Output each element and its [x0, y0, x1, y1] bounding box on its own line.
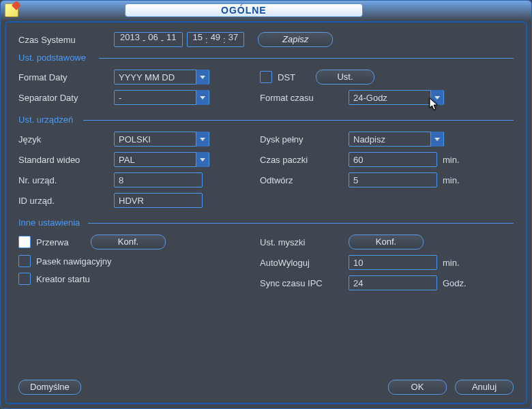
pack-time-label: Czas paczki [260, 155, 349, 165]
footer: Domyślne OK Anuluj [18, 380, 514, 395]
chevron-down-icon [434, 138, 440, 141]
chevron-down-icon [200, 158, 205, 162]
playback-unit: min. [443, 175, 460, 185]
pack-time-unit: min. [443, 155, 460, 165]
device-id-input[interactable] [114, 193, 203, 208]
section-device: Ust. urządzeń [18, 115, 514, 125]
content-panel: Czas Systemu 2013- 06- 11 15: 49: 37 Zap… [5, 21, 527, 404]
chevron-down-icon [200, 138, 205, 141]
chevron-down-icon [200, 96, 205, 100]
dst-label: DST [278, 72, 316, 82]
chevron-down-icon [434, 96, 440, 100]
ipc-sync-unit: Godz. [443, 278, 467, 288]
wizard-label: Kreator startu [36, 274, 90, 284]
mouse-label: Ust. myszki [260, 237, 349, 247]
date-format-select[interactable]: YYYY MM DD [114, 70, 209, 85]
titlebar: OGÓLNE [1, 1, 531, 20]
pack-time-input[interactable] [349, 152, 437, 167]
general-settings-window: OGÓLNE Czas Systemu 2013- 06- 11 15: 49:… [0, 0, 532, 409]
time-format-select[interactable]: 24-Godz [349, 90, 444, 105]
window-title: OGÓLNE [125, 3, 363, 17]
ipc-sync-label: Sync czasu IPC [260, 278, 349, 288]
playback-label: Odtwórz [260, 175, 349, 185]
language-label: Język [18, 134, 114, 145]
hdd-full-select[interactable]: Nadpisz [349, 132, 444, 147]
date-separator-select[interactable]: - [114, 90, 209, 105]
device-id-label: ID urząd. [18, 196, 114, 206]
system-time-label: Czas Systemu [18, 35, 114, 45]
date-format-label: Format Daty [18, 72, 114, 82]
wizard-checkbox[interactable] [18, 273, 31, 285]
dst-checkbox[interactable] [260, 71, 272, 83]
default-button[interactable]: Domyślne [18, 380, 81, 395]
interval-checkbox[interactable] [18, 236, 31, 248]
system-time-row: Czas Systemu 2013- 06- 11 15: 49: 37 Zap… [18, 32, 514, 47]
auto-logout-unit: min. [443, 258, 460, 268]
time-input[interactable]: 15: 49: 37 [187, 32, 245, 47]
date-separator-label: Separator Daty [18, 93, 114, 103]
auto-logout-input[interactable] [349, 255, 437, 270]
video-standard-select[interactable]: PAL [114, 152, 209, 167]
playback-input[interactable] [349, 172, 437, 187]
device-no-input[interactable] [114, 172, 203, 187]
ok-button[interactable]: OK [388, 380, 447, 395]
mouse-conf-button[interactable]: Konf. [349, 234, 424, 249]
dst-set-button[interactable]: Ust. [316, 70, 374, 85]
navbar-checkbox[interactable] [18, 255, 31, 267]
video-standard-label: Standard wideo [18, 155, 114, 165]
edit-note-icon [5, 3, 18, 17]
date-input[interactable]: 2013- 06- 11 [114, 32, 183, 47]
save-button[interactable]: Zapisz [258, 32, 333, 47]
section-basic: Ust. podstawowe [18, 52, 514, 63]
language-select[interactable]: POLSKI [114, 132, 209, 147]
interval-conf-button[interactable]: Konf. [91, 234, 166, 249]
auto-logout-label: AutoWyloguj [260, 258, 349, 268]
time-format-label: Format czasu [260, 93, 349, 103]
interval-label: Przerwa [36, 237, 91, 247]
hdd-full-label: Dysk pełny [260, 134, 349, 145]
navbar-label: Pasek nawigacyjny [36, 256, 112, 267]
section-other: Inne ustawienia [18, 217, 514, 228]
chevron-down-icon [200, 76, 205, 79]
ipc-sync-input[interactable] [349, 275, 437, 290]
cancel-button[interactable]: Anuluj [455, 380, 514, 395]
device-no-label: Nr. urząd. [18, 175, 114, 185]
